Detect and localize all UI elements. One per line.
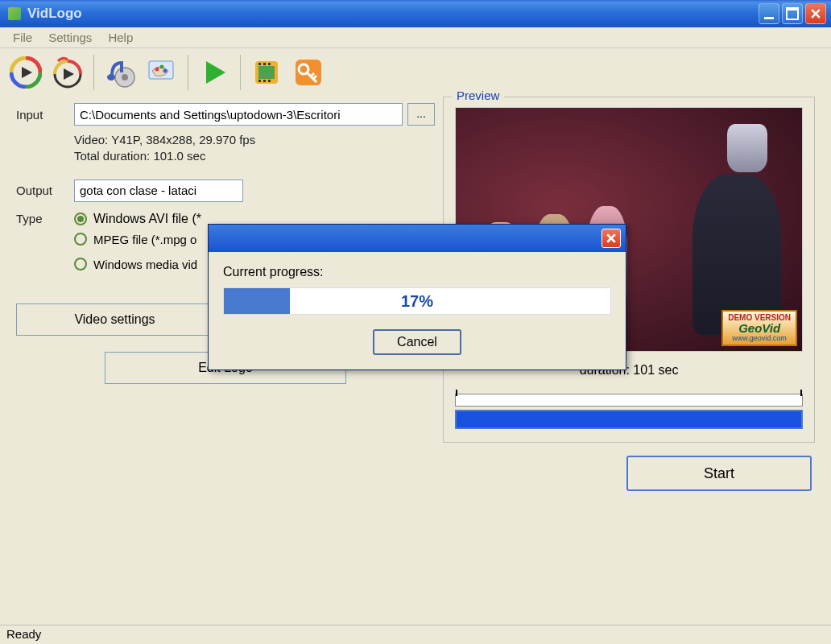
play-icon[interactable]: [195, 53, 234, 92]
key-icon[interactable]: [289, 53, 328, 92]
dialog-cancel-button[interactable]: Cancel: [373, 329, 461, 355]
start-button[interactable]: Start: [626, 456, 812, 491]
menu-help[interactable]: Help: [100, 28, 141, 47]
radio-mpeg[interactable]: [74, 233, 87, 246]
menu-settings[interactable]: Settings: [40, 28, 100, 47]
app-icon: [8, 7, 21, 20]
music-audio-icon[interactable]: [101, 53, 139, 92]
svg-rect-16: [268, 63, 271, 65]
timeline-track[interactable]: [455, 394, 803, 407]
output-path-field[interactable]: [74, 180, 243, 202]
video-settings-button[interactable]: Video settings: [16, 303, 213, 336]
svg-point-9: [160, 65, 164, 69]
svg-point-5: [122, 74, 128, 80]
radio-avi-label: Windows AVI file (*: [93, 212, 201, 226]
progress-bar[interactable]: [455, 410, 803, 429]
duration-info-line: Total duration: 101.0 sec: [74, 148, 435, 164]
svg-marker-3: [64, 68, 74, 80]
video-info-line: Video: Y41P, 384x288, 29.970 fps: [74, 132, 435, 148]
watermark-url: www.geovid.com: [728, 335, 791, 343]
svg-rect-13: [258, 66, 275, 79]
toolbar-separator: [188, 55, 188, 90]
watermark-brand: GeoVid: [728, 322, 791, 336]
close-button[interactable]: [805, 3, 826, 24]
svg-rect-14: [258, 63, 261, 65]
palette-icon[interactable]: [143, 53, 181, 92]
menu-file[interactable]: File: [5, 28, 40, 47]
input-browse-button[interactable]: ...: [407, 103, 435, 126]
dialog-body: Current progress: 17% Cancel: [209, 252, 626, 369]
svg-point-8: [155, 68, 159, 72]
titlebar: VidLogo: [0, 0, 831, 27]
input-label: Input: [16, 108, 74, 122]
dialog-close-button[interactable]: [602, 229, 621, 248]
input-info: Video: Y41P, 384x288, 29.970 fps Total d…: [74, 132, 435, 165]
toolbar: [0, 48, 831, 97]
radio-mpeg-label: MPEG file (*.mpg o: [93, 233, 196, 246]
svg-marker-11: [206, 61, 225, 84]
radio-avi[interactable]: [74, 213, 87, 225]
svg-point-6: [107, 74, 115, 80]
output-label: Output: [16, 184, 74, 197]
toolbar-separator: [93, 55, 94, 90]
dialog-titlebar: [209, 225, 626, 252]
window-buttons: [759, 3, 826, 24]
input-path-field[interactable]: [74, 103, 403, 126]
minimize-button[interactable]: [759, 3, 779, 24]
dialog-progress-bar: 17%: [223, 287, 611, 315]
maximize-button[interactable]: [782, 3, 803, 24]
radio-wmv[interactable]: [74, 258, 87, 270]
svg-point-10: [163, 69, 167, 73]
radio-wmv-label: Windows media vid: [93, 258, 197, 271]
media-player-icon[interactable]: [6, 53, 45, 92]
preview-legend: Preview: [452, 89, 504, 102]
watermark-demo: DEMO VERSION: [728, 313, 791, 322]
window-title: VidLogo: [27, 6, 759, 22]
dialog-label: Current progress:: [223, 265, 611, 279]
status-bar: Ready: [0, 625, 831, 644]
svg-rect-19: [268, 80, 271, 82]
toolbar-separator: [240, 55, 241, 90]
progress-dialog: Current progress: 17% Cancel: [208, 224, 626, 370]
preview-watermark: DEMO VERSION GeoVid www.geovid.com: [721, 310, 797, 346]
svg-marker-1: [22, 67, 32, 78]
media-player-alt-icon[interactable]: [48, 53, 87, 92]
menubar: File Settings Help: [0, 27, 831, 48]
svg-rect-15: [263, 63, 266, 65]
dialog-progress-text: 17%: [224, 288, 610, 314]
filmstrip-icon[interactable]: [247, 53, 286, 92]
type-label: Type: [16, 212, 74, 225]
start-row: Start: [0, 443, 831, 491]
svg-rect-17: [258, 80, 261, 82]
svg-rect-18: [263, 80, 266, 82]
